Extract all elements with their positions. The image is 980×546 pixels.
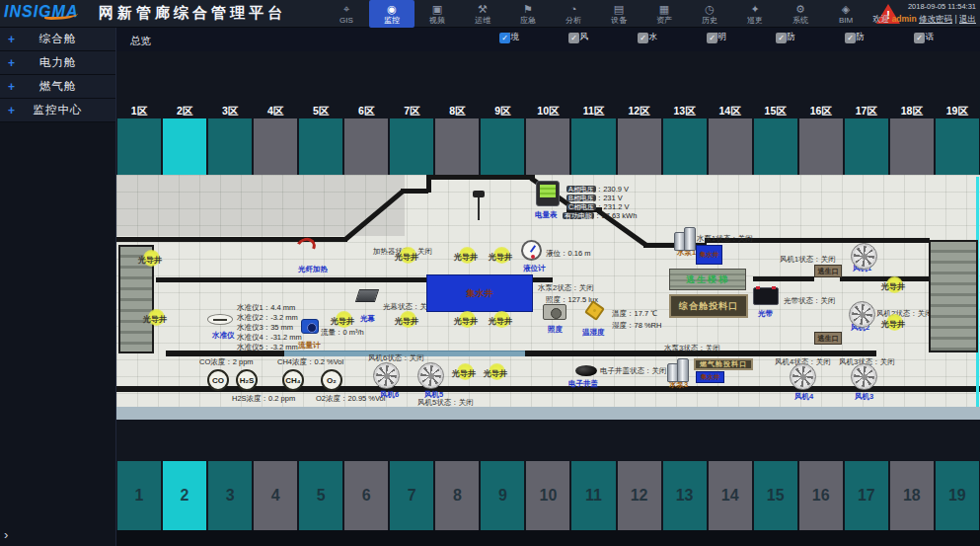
zone-tab-11[interactable]: 11区: [570, 105, 616, 118]
nav-item-系统[interactable]: ⚙系统: [778, 0, 823, 28]
fan-5-icon[interactable]: [417, 362, 444, 389]
zone-bar-11[interactable]: [571, 118, 615, 175]
sump-pit-main[interactable]: 集水井: [426, 274, 533, 312]
camera-icon[interactable]: [472, 191, 486, 220]
zone-tab-12[interactable]: 12区: [617, 105, 662, 118]
zone-bar-1[interactable]: [117, 118, 161, 175]
nav-item-运维[interactable]: ⚒运维: [460, 0, 505, 28]
pump-1-icon[interactable]: [673, 227, 697, 251]
filter-checkbox-环境[interactable]: ✓环境: [499, 32, 568, 43]
nav-item-分析[interactable]: ◔分析: [551, 0, 596, 28]
sidebar-item-电力舱[interactable]: +电力舱: [0, 51, 115, 75]
zone-tab-10[interactable]: 10区: [525, 105, 570, 118]
meter-icon[interactable]: [536, 181, 560, 206]
zone-tab-8[interactable]: 8区: [434, 105, 480, 118]
zone-block-19[interactable]: 19: [936, 461, 979, 530]
zone-bar-15[interactable]: [754, 118, 797, 175]
sidebar-item-综合舱[interactable]: +综合舱: [0, 28, 115, 51]
zone-tab-17[interactable]: 17区: [844, 105, 889, 118]
gas-sensor-icon[interactable]: O₂: [321, 369, 342, 391]
sidebar-collapse-chevron[interactable]: ›: [4, 527, 8, 542]
flow-icon[interactable]: [301, 319, 319, 334]
zone-tab-14[interactable]: 14区: [708, 105, 753, 118]
zone-bar-2[interactable]: [163, 118, 206, 175]
sump-pit-1[interactable]: 集水井: [696, 245, 722, 265]
zone-tab-16[interactable]: 16区: [798, 105, 844, 118]
nav-item-资产[interactable]: ▦资产: [641, 0, 687, 28]
zone-bar-6[interactable]: [344, 118, 388, 175]
zone-bar-8[interactable]: [435, 118, 479, 175]
expand-plus-icon[interactable]: +: [8, 33, 15, 46]
zone-bar-5[interactable]: [299, 118, 342, 175]
zone-bar-18[interactable]: [890, 118, 934, 175]
zone-block-10[interactable]: 10: [526, 461, 569, 530]
zone-tab-3[interactable]: 3区: [207, 105, 253, 118]
zone-bar-19[interactable]: [936, 118, 979, 175]
nav-item-视频[interactable]: ▣视频: [415, 0, 460, 28]
zone-tab-15[interactable]: 15区: [753, 105, 798, 118]
fan-2-icon[interactable]: [849, 301, 875, 328]
manhole-icon[interactable]: [575, 365, 597, 376]
zone-block-15[interactable]: 15: [754, 461, 797, 530]
gauge-icon[interactable]: [521, 240, 542, 261]
zone-bar-10[interactable]: [526, 118, 569, 175]
fan-1-icon[interactable]: [851, 243, 877, 270]
pump-3-icon[interactable]: [666, 358, 690, 382]
filter-checkbox-排水[interactable]: ✓排水: [638, 32, 707, 43]
zone-bar-3[interactable]: [208, 118, 252, 175]
zone-block-8[interactable]: 8: [435, 461, 479, 530]
zone-bar-7[interactable]: [390, 118, 433, 175]
filter-checkbox-照明[interactable]: ✓照明: [707, 32, 776, 43]
change-password-link[interactable]: 修改密码: [919, 14, 952, 24]
nav-item-历史[interactable]: ◷历史: [687, 0, 732, 28]
fan-6-icon[interactable]: [373, 362, 400, 389]
fan-4-icon[interactable]: [790, 363, 816, 390]
zone-tab-5[interactable]: 5区: [298, 105, 343, 118]
gas-sensor-icon[interactable]: CO: [207, 369, 229, 391]
expand-plus-icon[interactable]: +: [8, 56, 15, 70]
zone-bar-13[interactable]: [663, 118, 707, 175]
gas-sensor-icon[interactable]: H₂S: [236, 369, 258, 391]
zone-block-13[interactable]: 13: [663, 461, 707, 530]
zone-block-6[interactable]: 6: [344, 461, 388, 530]
gas-sensor-icon[interactable]: CH₄: [282, 369, 304, 391]
zone-tab-7[interactable]: 7区: [389, 105, 434, 118]
nav-item-BIM[interactable]: ◈BIM: [823, 0, 868, 28]
zone-block-11[interactable]: 11: [571, 461, 615, 530]
nav-item-监控[interactable]: ◉监控: [369, 0, 415, 28]
zone-bar-17[interactable]: [845, 118, 888, 175]
zone-bar-14[interactable]: [709, 118, 752, 175]
zone-tab-13[interactable]: 13区: [662, 105, 708, 118]
fan-3-icon[interactable]: [851, 363, 877, 390]
zone-block-2[interactable]: 2: [163, 461, 206, 530]
escape-exit-1[interactable]: 逃生口: [814, 265, 842, 277]
zone-tab-9[interactable]: 9区: [480, 105, 525, 118]
stairwell-right[interactable]: [929, 240, 978, 352]
zone-block-5[interactable]: 5: [299, 461, 342, 530]
band-icon[interactable]: [753, 287, 779, 305]
zone-tab-19[interactable]: 19区: [935, 105, 980, 118]
filter-checkbox-通话[interactable]: ✓通话: [914, 32, 980, 43]
logout-link[interactable]: 退出: [959, 14, 976, 24]
filter-checkbox-安防[interactable]: ✓安防: [845, 32, 914, 43]
zone-tab-4[interactable]: 4区: [253, 105, 298, 118]
nav-item-GIS[interactable]: ⌖GIS: [324, 0, 369, 28]
gas-feed-port[interactable]: 燃气舱投料口: [694, 358, 753, 370]
zone-tab-18[interactable]: 18区: [889, 105, 935, 118]
zone-block-14[interactable]: 14: [709, 461, 752, 530]
lux-icon[interactable]: [543, 304, 566, 320]
curtain-icon[interactable]: [355, 289, 379, 302]
sidebar-item-监控中心[interactable]: +监控中心: [0, 99, 115, 122]
zone-tab-1[interactable]: 1区: [116, 105, 162, 118]
zone-block-17[interactable]: 17: [845, 461, 888, 530]
expand-plus-icon[interactable]: +: [8, 104, 15, 117]
nav-item-应急[interactable]: ⚑应急: [505, 0, 551, 28]
zone-block-12[interactable]: 12: [618, 461, 661, 530]
zone-bar-12[interactable]: [618, 118, 661, 175]
utility-feed-port[interactable]: 综合舱投料口: [669, 294, 748, 318]
zone-tab-6[interactable]: 6区: [343, 105, 389, 118]
level-icon[interactable]: [207, 314, 233, 325]
escape-stairs[interactable]: 逃生楼梯: [669, 269, 746, 290]
filter-checkbox-通风[interactable]: ✓通风: [568, 32, 638, 43]
sidebar-item-燃气舱[interactable]: +燃气舱: [0, 75, 115, 99]
